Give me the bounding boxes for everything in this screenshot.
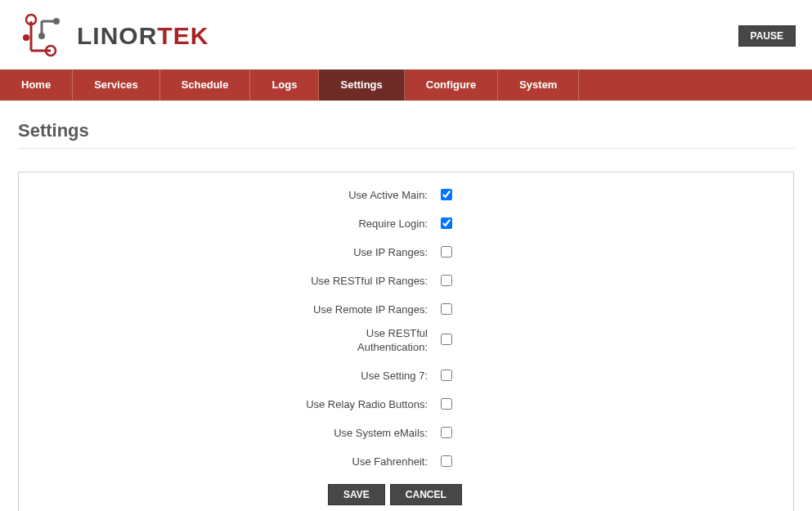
header: LINORTEK PAUSE (0, 0, 812, 69)
checkbox-use-fahrenheit[interactable] (441, 455, 452, 467)
pause-button[interactable]: PAUSE (738, 25, 796, 47)
setting-row-use-restful-auth: Use RESTfulAuthentication: (35, 327, 777, 355)
setting-row-use-remote-ip-ranges: Use Remote IP Ranges: (35, 303, 777, 317)
setting-label: Use Fahrenheit: (35, 455, 436, 469)
setting-row-use-system-emails: Use System eMails: (35, 427, 777, 441)
setting-label: Use Remote IP Ranges: (35, 303, 436, 317)
checkbox-use-ip-ranges[interactable] (441, 246, 452, 258)
brand-suffix: TEK (157, 22, 209, 49)
setting-row-require-login: Require Login: (35, 217, 777, 231)
page-title: Settings (18, 120, 794, 149)
nav-configure[interactable]: Configure (405, 69, 498, 101)
svg-point-8 (23, 34, 29, 41)
checkbox-require-login[interactable] (441, 217, 452, 229)
button-row: SAVE CANCEL (35, 484, 777, 505)
setting-label: Use IP Ranges: (35, 246, 436, 260)
logo: LINORTEK (20, 11, 209, 60)
setting-label: Use Active Main: (35, 189, 436, 203)
checkbox-use-setting-7[interactable] (441, 370, 452, 381)
checkbox-use-system-emails[interactable] (441, 427, 452, 438)
settings-form: Use Active Main: Require Login: Use IP R… (18, 172, 794, 511)
checkbox-use-relay-radio[interactable] (441, 398, 452, 410)
content: Settings Use Active Main: Require Login:… (0, 101, 812, 511)
setting-label: Use Setting 7: (35, 370, 436, 383)
setting-label: Use RESTfulAuthentication: (35, 327, 436, 355)
setting-row-use-fahrenheit: Use Fahrenheit: (35, 455, 777, 469)
checkbox-use-remote-ip-ranges[interactable] (441, 303, 452, 315)
save-button[interactable]: SAVE (328, 484, 385, 505)
svg-point-7 (53, 18, 60, 25)
setting-row-use-setting-7: Use Setting 7: (35, 370, 777, 383)
checkbox-use-restful-ip-ranges[interactable] (441, 275, 452, 286)
nav-settings[interactable]: Settings (319, 69, 404, 101)
cancel-button[interactable]: CANCEL (390, 484, 462, 505)
setting-label: Require Login: (35, 217, 436, 231)
checkbox-use-active-main[interactable] (441, 189, 452, 200)
nav-schedule[interactable]: Schedule (160, 69, 251, 101)
setting-row-use-ip-ranges: Use IP Ranges: (35, 246, 777, 260)
svg-point-6 (38, 33, 45, 39)
nav-logs[interactable]: Logs (250, 69, 319, 101)
checkbox-use-restful-auth[interactable] (441, 334, 452, 345)
nav-home[interactable]: Home (0, 69, 73, 101)
nav-services[interactable]: Services (73, 69, 160, 101)
setting-label: Use Relay Radio Buttons: (35, 398, 436, 412)
logo-icon (20, 11, 70, 60)
brand-prefix: LINOR (77, 22, 157, 49)
setting-row-use-restful-ip-ranges: Use RESTful IP Ranges: (35, 275, 777, 289)
setting-row-use-relay-radio: Use Relay Radio Buttons: (35, 398, 777, 412)
setting-row-use-active-main: Use Active Main: (35, 189, 777, 203)
logo-text: LINORTEK (77, 22, 209, 50)
setting-label: Use System eMails: (35, 427, 436, 441)
setting-label: Use RESTful IP Ranges: (35, 275, 436, 289)
nav-system[interactable]: System (498, 69, 579, 101)
main-nav: Home Services Schedule Logs Settings Con… (0, 69, 812, 101)
